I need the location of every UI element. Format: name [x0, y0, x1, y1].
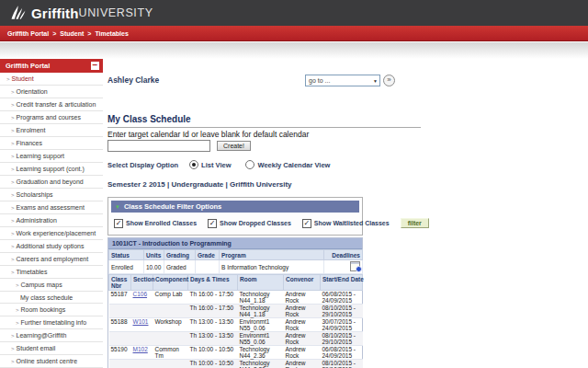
sidebar-item-my-class-schedule[interactable]: My class schedule	[0, 292, 103, 304]
room-cell: Environmt1 N55_0.06	[238, 318, 284, 332]
col-status: Status	[109, 250, 144, 260]
sidebar-item-careers-and-employment[interactable]: >Careers and employment	[0, 253, 103, 266]
sidebar-item-label: Online student centre	[17, 358, 78, 364]
header-gradient	[0, 42, 588, 59]
chevron-right-icon: >	[11, 167, 15, 172]
sidebar-item-timetables[interactable]: >Timetables	[0, 266, 103, 279]
chevron-right-icon: >	[16, 320, 19, 326]
program-value: B Information Technology	[220, 260, 324, 274]
sidebar-item-credit-transfer-articulation[interactable]: >Credit transfer & articulation	[0, 98, 103, 111]
sidebar-item-room-bookings[interactable]: >Room bookings	[0, 304, 103, 316]
sidebar-item-additional-study-options[interactable]: >Additional study options	[0, 240, 103, 253]
create-button[interactable]: Create!	[217, 141, 251, 151]
goto-select[interactable]: go to ... ▼	[305, 75, 380, 86]
component-cell: Common Tm	[153, 346, 188, 360]
class-nbr-cell: 55188	[109, 318, 131, 332]
chevron-right-icon: >	[11, 128, 15, 133]
sidebar-item-label: Learning support	[17, 153, 65, 159]
sidebar-item-administration[interactable]: >Administration	[0, 214, 103, 227]
dates-cell: 08/10/2015 - 29/10/2015	[321, 360, 363, 368]
sidebar-item-student[interactable]: >Student	[0, 73, 103, 86]
filter-options-body: ✓Show Enrolled Classes✓Show Dropped Clas…	[111, 213, 359, 232]
convenor-cell: Andrew Rock	[284, 346, 321, 360]
col-section: Section	[131, 275, 153, 291]
sidebar-item-label: My class schedule	[20, 294, 73, 301]
sidebar-item-exams-and-assessment[interactable]: >Exams and assessment	[0, 201, 103, 214]
calendar-id-input[interactable]	[107, 140, 210, 152]
sidebar-item-graduation-and-beyond[interactable]: >Graduation and beyond	[0, 176, 103, 189]
section-cell	[131, 332, 153, 346]
checkbox-show-enrolled-classes[interactable]: ✓	[114, 219, 123, 228]
chevron-right-icon: >	[11, 231, 15, 236]
sidebar-header: Griffith Portal −	[0, 59, 103, 73]
sidebar-item-student-email[interactable]: >Student email	[0, 342, 103, 355]
radio-label: List View	[201, 161, 231, 169]
filter-button[interactable]: filter	[401, 218, 429, 228]
class-nbr-cell: 55190	[109, 346, 131, 360]
sidebar-item-further-timetabling-info[interactable]: >Further timetabling info	[0, 316, 103, 329]
sidebar-item-label: Administration	[17, 217, 57, 224]
chevron-right-icon: >	[11, 333, 15, 339]
sidebar-item-work-experience-placement[interactable]: >Work experience/placement	[0, 227, 103, 240]
section-link[interactable]: C106	[133, 291, 148, 297]
class-row: Th 13:00 - 13:50Environmt1 N55_0.06Andre…	[109, 332, 363, 346]
sidebar-item-label: Work experience/placement	[17, 230, 96, 236]
sidebar-item-orientation[interactable]: >Orientation	[0, 86, 103, 98]
breadcrumb-item[interactable]: Timetables	[95, 30, 128, 37]
deadlines-calendar-icon[interactable]	[350, 261, 360, 271]
class-nbr-cell	[109, 360, 131, 368]
class-row: 55188W101WorkshopTh 13:00 - 13:50Environ…	[109, 318, 363, 332]
col-deadlines: Deadlines	[324, 250, 363, 260]
checkbox-label: Show Waitlisted Classes	[314, 220, 390, 226]
breadcrumb-item[interactable]: Griffith Portal	[7, 30, 49, 37]
sidebar-item-finances[interactable]: >Finances	[0, 137, 103, 150]
sidebar-item-label: Student email	[17, 345, 56, 351]
class-row: Th 16:00 - 17:50Technology N44_1.18Andre…	[109, 305, 363, 318]
section-cell: M102	[131, 346, 153, 360]
chevron-right-icon: >	[11, 179, 15, 185]
chevron-right-icon: >	[11, 102, 15, 108]
days-times-cell: Th 16:00 - 17:50	[188, 305, 238, 318]
sidebar-item-campus-maps[interactable]: >Campus maps	[0, 279, 103, 292]
chevron-right-icon: >	[11, 244, 15, 249]
sidebar-item-programs-and-courses[interactable]: >Programs and courses	[0, 111, 103, 124]
col-class-nbr: Class Nbr	[109, 275, 131, 291]
days-times-cell: Th 16:00 - 17:50	[188, 291, 238, 305]
sidebar-item-label: Scholarships	[17, 191, 53, 198]
chevron-right-icon: >	[11, 205, 15, 211]
sidebar-item-label: Student	[12, 75, 34, 82]
sidebar-item-learning-support[interactable]: >Learning support	[0, 150, 103, 163]
sidebar-item-enrolment[interactable]: >Enrolment	[0, 124, 103, 137]
course-table: 1001ICT - Introduction to Programming St…	[107, 237, 363, 368]
section-toggle-icon[interactable]: ▼	[115, 204, 120, 210]
sidebar-item-scholarships[interactable]: >Scholarships	[0, 189, 103, 201]
goto-selected-value: go to ...	[309, 77, 330, 84]
checkbox-show-dropped-classes[interactable]: ✓	[208, 219, 217, 228]
radio-label: Weekly Calendar View	[257, 161, 330, 169]
convenor-cell: Andrew Rock	[284, 360, 321, 368]
section-cell: W101	[131, 318, 153, 332]
class-nbr-cell: 55187	[109, 291, 131, 305]
checkbox-show-waitlisted-classes[interactable]: ✓	[302, 219, 311, 228]
radio-list-view[interactable]	[189, 160, 198, 169]
dates-cell: 06/08/2015 - 24/09/2015	[321, 346, 363, 360]
section-cell	[131, 360, 153, 368]
sidebar-item-learning-support-cont-[interactable]: >Learning support (cont.)	[0, 163, 103, 176]
sidebar-item-learning-griffith[interactable]: >Learning@Griffith	[0, 329, 103, 342]
breadcrumb-separator: >	[87, 30, 91, 37]
breadcrumb-item[interactable]: Student	[60, 30, 84, 37]
convenor-cell: Andrew Rock	[284, 305, 321, 318]
chevron-right-icon: >	[11, 257, 15, 262]
top-brand-bar: Griffith UNIVERSITY	[0, 0, 588, 26]
filter-options-header: ▼ Class Schedule Filter Options	[111, 201, 359, 213]
sidebar-item-online-student-centre[interactable]: >Online student centre	[0, 355, 103, 368]
calendar-prompt: Enter target calendar Id or leave blank …	[107, 130, 309, 139]
collapse-icon[interactable]: −	[91, 62, 99, 70]
sidebar-item-label: Exams and assessment	[17, 204, 85, 211]
section-link[interactable]: W101	[133, 318, 149, 325]
radio-weekly-calendar-view[interactable]	[245, 160, 254, 169]
go-icon[interactable]: »	[383, 75, 395, 86]
section-link[interactable]: M102	[133, 346, 148, 352]
course-info-table: Status Units Grading Grade Program Deadl…	[108, 249, 363, 274]
grade-value	[196, 260, 220, 274]
